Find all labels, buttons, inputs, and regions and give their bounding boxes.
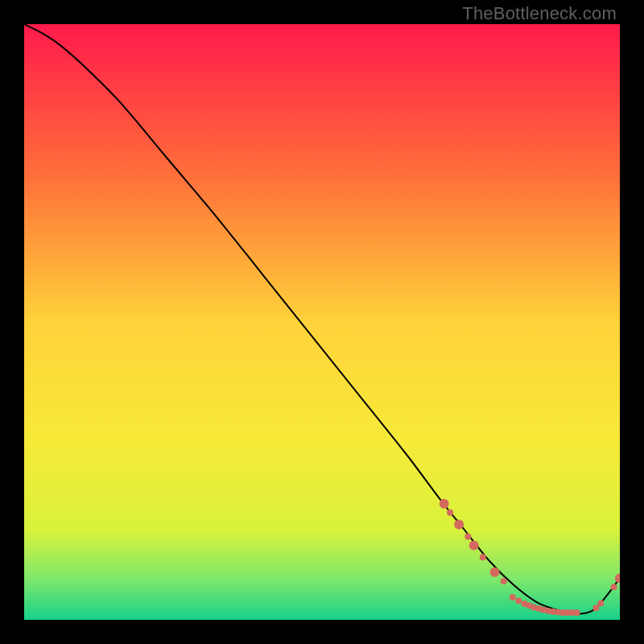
data-marker — [597, 600, 604, 606]
data-marker — [440, 499, 449, 509]
data-marker — [515, 597, 522, 604]
data-marker — [464, 533, 471, 539]
bottleneck-chart — [24, 24, 620, 620]
data-marker — [490, 568, 500, 577]
data-marker — [611, 584, 617, 590]
data-marker — [447, 510, 453, 516]
chart-frame — [24, 24, 620, 620]
data-marker — [501, 578, 507, 584]
data-marker — [574, 609, 580, 616]
data-marker — [592, 605, 599, 611]
chart-background — [24, 24, 620, 620]
data-marker — [454, 520, 464, 530]
watermark-text: TheBottleneck.com — [462, 3, 617, 24]
data-marker — [510, 594, 516, 601]
data-marker — [480, 554, 486, 560]
data-marker — [469, 541, 479, 551]
